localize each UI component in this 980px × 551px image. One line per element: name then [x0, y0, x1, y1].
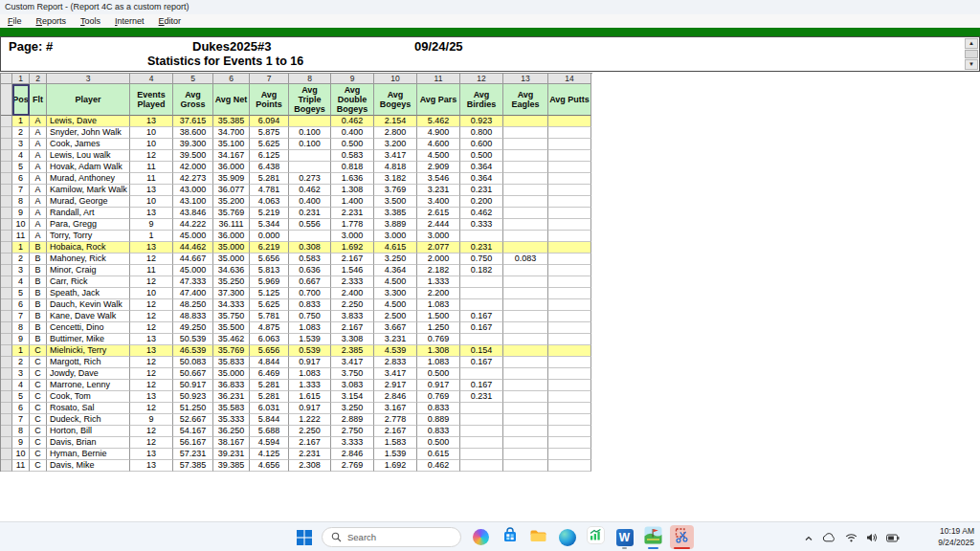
cell[interactable]	[548, 116, 591, 127]
menu-reports[interactable]: Reports	[36, 14, 67, 28]
cell[interactable]: 3.400	[417, 196, 460, 208]
cell[interactable]: 9	[12, 437, 30, 449]
cell[interactable]	[503, 162, 548, 173]
row-header[interactable]	[1, 84, 12, 116]
cell[interactable]: 5	[12, 391, 30, 403]
row-header[interactable]	[1, 253, 12, 265]
cell[interactable]: 0.231	[460, 242, 503, 253]
cell[interactable]	[548, 162, 591, 173]
column-number-14[interactable]: 14	[548, 74, 591, 84]
cell[interactable]	[503, 357, 548, 368]
cell[interactable]: 4.600	[417, 139, 460, 150]
row-header[interactable]	[1, 231, 12, 242]
row-header[interactable]	[1, 460, 12, 472]
cell[interactable]: A	[30, 173, 47, 185]
column-number-6[interactable]: 6	[213, 74, 250, 84]
cell[interactable]	[548, 357, 591, 368]
cell[interactable]: 35.909	[213, 173, 250, 185]
cell[interactable]: 0.231	[289, 208, 331, 219]
cell[interactable]: A	[30, 150, 47, 162]
cell[interactable]	[503, 391, 548, 403]
row-header[interactable]	[1, 150, 12, 162]
cell[interactable]: 5.281	[250, 380, 289, 391]
cell[interactable]: C	[30, 345, 47, 357]
cell[interactable]: 11	[130, 265, 173, 276]
cell[interactable]: Kane, Dave Walk	[47, 311, 130, 322]
cell[interactable]: Lewis, Lou walk	[47, 150, 130, 162]
cell[interactable]: 2.167	[331, 253, 374, 265]
cell[interactable]: 3.750	[331, 368, 374, 380]
cell[interactable]: Minor, Craig	[47, 265, 130, 276]
cell[interactable]: 5.844	[250, 414, 289, 426]
cell[interactable]: 35.000	[213, 368, 250, 380]
cell[interactable]: 43.100	[173, 196, 213, 208]
cell[interactable]: 4.781	[250, 185, 289, 196]
cell[interactable]: 13	[130, 242, 173, 253]
cell[interactable]: Murad, Anthoney	[47, 173, 130, 185]
cell[interactable]: 0.833	[417, 426, 460, 437]
cell[interactable]: 0.000	[250, 231, 289, 242]
cell[interactable]: 0.750	[460, 253, 503, 265]
cell[interactable]: 3.200	[374, 139, 417, 150]
cell[interactable]: 0.615	[417, 449, 460, 460]
cell[interactable]: 2.833	[374, 357, 417, 368]
cell[interactable]: 0.539	[289, 345, 331, 357]
cell[interactable]: 0.273	[289, 173, 331, 185]
cell[interactable]: 0.500	[417, 368, 460, 380]
cell[interactable]: 50.917	[173, 380, 213, 391]
col-header-avg-gross[interactable]: Avg Gross	[173, 84, 213, 116]
cell[interactable]: 0.583	[289, 253, 331, 265]
cell[interactable]: 39.231	[213, 449, 250, 460]
cell[interactable]: Hovak, Adam Walk	[47, 162, 130, 173]
cell[interactable]	[548, 311, 591, 322]
cell[interactable]: 3.083	[331, 380, 374, 391]
cell[interactable]: 57.385	[173, 460, 213, 472]
cell[interactable]: C	[30, 460, 47, 472]
column-number-12[interactable]: 12	[460, 74, 503, 84]
onedrive-icon[interactable]	[822, 529, 836, 546]
cell[interactable]	[548, 265, 591, 276]
cell[interactable]: 1.400	[331, 196, 374, 208]
cell[interactable]: 3	[12, 368, 30, 380]
cell[interactable]: 37.300	[213, 288, 250, 299]
cell[interactable]: 56.167	[173, 437, 213, 449]
col-header-avg-double-bogeys[interactable]: Avg Double Bogeys	[331, 84, 374, 116]
row-header[interactable]	[1, 345, 12, 357]
cell[interactable]	[503, 139, 548, 150]
column-number-1[interactable]: 1	[12, 74, 30, 84]
cell[interactable]: 36.000	[213, 162, 250, 173]
row-header[interactable]	[1, 380, 12, 391]
cell[interactable]: 43.000	[173, 185, 213, 196]
cell[interactable]: 4.900	[417, 127, 460, 139]
cell[interactable]: 57.231	[173, 449, 213, 460]
row-header[interactable]	[1, 276, 12, 288]
cell[interactable]: 1.333	[289, 380, 331, 391]
cell[interactable]: 5.625	[250, 139, 289, 150]
cell[interactable]: 35.333	[213, 414, 250, 426]
microsoft-store-taskbar-button[interactable]	[498, 525, 522, 549]
cell[interactable]: 35.000	[213, 253, 250, 265]
cell[interactable]: 12	[130, 150, 173, 162]
cell[interactable]: 5.462	[417, 116, 460, 127]
cell[interactable]: 1.778	[331, 219, 374, 231]
cell[interactable]: Mielnicki, Terry	[47, 345, 130, 357]
cell[interactable]: 5.656	[250, 253, 289, 265]
cell[interactable]: 36.111	[213, 219, 250, 231]
cell[interactable]: 0.800	[460, 127, 503, 139]
cell[interactable]: 13	[130, 334, 173, 345]
cell[interactable]: 4	[12, 150, 30, 162]
cell[interactable]: 0.364	[460, 162, 503, 173]
file-explorer-taskbar-button[interactable]	[526, 525, 550, 549]
scroll-up-button[interactable]: ▲	[965, 38, 978, 49]
cell[interactable]: 42.000	[173, 162, 213, 173]
search-box[interactable]: Search	[322, 527, 461, 547]
cell[interactable]: 3.167	[374, 403, 417, 414]
row-header[interactable]	[1, 242, 12, 253]
cell[interactable]: 37.615	[173, 116, 213, 127]
cell[interactable]: 6.031	[250, 403, 289, 414]
cell[interactable]: 4.818	[374, 162, 417, 173]
cell[interactable]: 35.462	[213, 334, 250, 345]
cell[interactable]: 36.077	[213, 185, 250, 196]
cell[interactable]: 34.636	[213, 265, 250, 276]
cell[interactable]: 2.200	[417, 288, 460, 299]
